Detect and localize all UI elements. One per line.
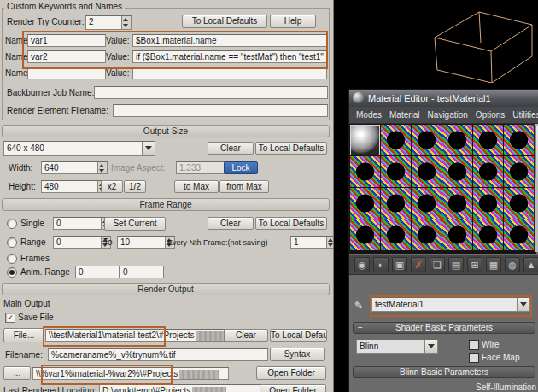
material-sample-slot[interactable] <box>350 188 380 219</box>
anim-to-field[interactable]: 0 <box>120 266 164 278</box>
syntax-button[interactable]: Syntax <box>270 348 325 361</box>
shader-basic-parameters-rollout[interactable]: − Shader Basic Parameters <box>353 322 535 334</box>
var-path-field[interactable]: \\%var1%\material-%var2%\#Projects <box>32 367 229 380</box>
shader-type-dropdown[interactable]: Blinn <box>356 339 438 354</box>
material-sample-slot[interactable] <box>350 156 380 187</box>
face-map-checkbox[interactable] <box>469 353 479 363</box>
put-to-library-icon[interactable]: ▤ <box>448 257 464 272</box>
put-material-icon[interactable]: ◐ <box>373 257 389 272</box>
menu-navigation[interactable]: Navigation <box>428 110 468 120</box>
render-output-header[interactable]: Render Output <box>2 283 330 295</box>
material-name-dropdown[interactable]: testMaterial1 <box>371 297 530 312</box>
material-sample-slot[interactable] <box>473 156 503 187</box>
filename-field[interactable]: %cameraname%_v%trynum%.tif <box>48 348 268 361</box>
reset-material-icon[interactable]: ✗ <box>411 257 426 272</box>
single-frame-spinner[interactable]: 0 <box>53 217 111 230</box>
go-to-parent-icon[interactable]: ▲ <box>523 257 538 272</box>
chevron-down-icon[interactable] <box>424 340 437 353</box>
wire-checkbox[interactable] <box>469 340 479 350</box>
name-input-2[interactable]: var2 <box>27 50 106 63</box>
material-sample-slot[interactable] <box>381 156 411 187</box>
x2-button[interactable]: x2 <box>101 180 123 193</box>
material-sample-slot[interactable] <box>442 219 472 250</box>
sample-slots-scrollbar[interactable] <box>534 124 538 252</box>
material-sample-slot[interactable] <box>504 188 534 219</box>
material-sample-slot[interactable] <box>381 219 411 250</box>
to-max-button[interactable]: to Max <box>174 180 219 193</box>
material-sample-slot[interactable] <box>473 125 503 155</box>
range-radio[interactable] <box>7 237 17 248</box>
backburner-input[interactable] <box>94 86 328 99</box>
blinn-basic-parameters-rollout[interactable]: − Blinn Basic Parameters <box>353 366 535 378</box>
value-input-2[interactable]: if ($Box1.material.name == "testMat") th… <box>132 50 327 63</box>
aspect-lock-button[interactable]: Lock <box>224 161 258 174</box>
frame-clear-button[interactable]: Clear <box>208 217 254 230</box>
spinner-arrows-icon[interactable] <box>326 237 334 248</box>
eyedropper-icon[interactable]: ✎ <box>354 300 363 312</box>
material-sample-slot[interactable] <box>412 219 442 250</box>
frame-to-local-defaults-button[interactable]: To Local Defaults <box>255 217 327 230</box>
material-sample-slot[interactable] <box>442 125 472 155</box>
name-input-1[interactable]: var1 <box>27 34 106 47</box>
menu-modes[interactable]: Modes <box>356 110 382 120</box>
custom-to-local-defaults-button[interactable]: To Local Defaults <box>182 15 267 28</box>
file-path-field[interactable]: \\testMaterial1\material-test2\#Projects <box>45 329 225 342</box>
browse-button[interactable]: ... <box>3 366 31 380</box>
range-from-spinner[interactable]: 0 <box>53 236 111 249</box>
spinner-arrows-icon[interactable] <box>97 162 107 173</box>
output-file-to-local-defaults-button[interactable]: To Local Defaults <box>270 329 327 342</box>
output-size-header[interactable]: Output Size <box>2 125 330 137</box>
value-input-3[interactable] <box>132 67 327 79</box>
menu-material[interactable]: Material <box>389 110 420 120</box>
range-to-spinner[interactable]: 10 <box>117 236 175 249</box>
name-input-3[interactable] <box>27 67 106 79</box>
open-folder-button-2[interactable]: Open Folder <box>260 384 326 392</box>
render-try-counter-spinner[interactable]: 2 <box>85 15 132 30</box>
set-current-button[interactable]: Set Current <box>104 217 166 231</box>
chevron-down-icon[interactable] <box>517 298 529 311</box>
menu-utilities[interactable]: Utilities <box>512 110 538 120</box>
material-sample-slot[interactable] <box>504 125 534 155</box>
frames-radio[interactable] <box>7 254 17 264</box>
open-folder-button[interactable]: Open Folder <box>256 366 326 380</box>
material-sample-slot[interactable] <box>350 219 380 250</box>
get-material-icon[interactable]: ◉ <box>354 257 370 272</box>
show-end-result-icon[interactable]: ◍ <box>505 257 520 272</box>
help-button[interactable]: Help <box>270 15 316 28</box>
output-file-clear-button[interactable]: Clear <box>224 329 268 342</box>
width-spinner[interactable]: 640 <box>41 161 108 174</box>
material-id-icon[interactable]: ⊞ <box>467 257 482 272</box>
show-map-icon[interactable]: ▦ <box>486 257 501 272</box>
output-to-local-defaults-button[interactable]: To Local Defaults <box>255 142 327 155</box>
material-sample-slot[interactable] <box>381 125 411 155</box>
assign-material-icon[interactable]: ▣ <box>392 257 407 272</box>
material-sample-slot[interactable] <box>412 156 442 187</box>
material-sample-slot[interactable] <box>473 219 503 250</box>
material-sample-slot[interactable] <box>473 188 503 219</box>
save-file-checkbox[interactable]: ✓ <box>5 313 15 323</box>
value-input-1[interactable]: $Box1.material.name <box>132 34 327 47</box>
material-sample-slot[interactable] <box>412 125 442 155</box>
frame-range-header[interactable]: Frame Range <box>2 198 330 211</box>
material-sample-slot[interactable] <box>350 125 380 155</box>
output-clear-button[interactable]: Clear <box>208 142 254 155</box>
material-sample-slot[interactable] <box>412 188 442 219</box>
file-button[interactable]: File... <box>3 328 44 342</box>
spinner-arrows-icon[interactable] <box>121 16 131 29</box>
single-radio[interactable] <box>7 219 17 229</box>
render-element-input[interactable] <box>113 104 328 117</box>
output-preset-dropdown[interactable]: 640 x 480 <box>3 141 155 156</box>
nth-frame-spinner[interactable]: 1 <box>290 236 334 249</box>
anim-range-radio[interactable] <box>7 267 17 278</box>
make-unique-icon[interactable]: ❏ <box>430 257 445 272</box>
material-sample-slot[interactable] <box>442 156 472 187</box>
material-sample-slot[interactable] <box>381 188 411 219</box>
material-sample-slot[interactable] <box>504 156 534 187</box>
menu-options[interactable]: Options <box>476 110 505 120</box>
half-button[interactable]: 1/2 <box>124 180 146 193</box>
material-editor-titlebar[interactable]: Material Editor - testMaterial1 <box>349 90 538 107</box>
chevron-down-icon[interactable] <box>142 142 155 155</box>
from-max-button[interactable]: from Max <box>219 180 269 193</box>
height-spinner[interactable]: 480 <box>41 180 108 193</box>
material-sample-slot[interactable] <box>442 188 472 219</box>
